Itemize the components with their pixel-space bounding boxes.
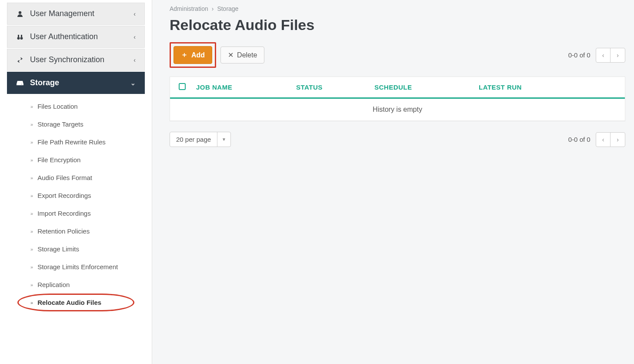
sidebar-item-label: Files Location [37,103,78,110]
col-schedule[interactable]: SCHEDULE [374,83,479,91]
sidebar-item-label: User Synchronization [30,55,104,64]
svg-rect-3 [18,35,19,37]
page-title: Relocate Audio Files [170,17,625,33]
select-all-checkbox[interactable] [179,83,186,90]
sidebar-item-audio-format[interactable]: »Audio Files Format [0,169,152,187]
pager-summary: 0-0 of 0 [568,51,591,59]
user-icon [16,10,24,17]
sidebar-item-label: File Path Rewrite Rules [37,138,106,146]
double-chevron-icon: » [30,282,33,287]
delete-button[interactable]: ✕ Delete [220,47,264,63]
annotation-box: ＋ Add [170,42,216,68]
double-chevron-icon: » [30,264,33,270]
chevron-right-icon: › [212,5,214,12]
sidebar-item-file-path-rewrite[interactable]: »File Path Rewrite Rules [0,133,152,151]
caret-down-icon: ▼ [217,132,230,147]
double-chevron-icon: » [30,104,33,109]
sidebar-item-label: Replication [37,281,70,288]
drive-icon [16,80,24,87]
pager-top: 0-0 of 0 ‹ › [568,48,625,63]
double-chevron-icon: » [30,193,33,198]
pager-bottom: 0-0 of 0 ‹ › [568,132,625,147]
sidebar-item-label: User Authentication [30,32,98,41]
add-button-label: Add [191,51,205,59]
sidebar-item-label: Storage Limits Enforcement [37,263,118,270]
svg-rect-4 [21,35,22,37]
sidebar-item-label: Relocate Audio Files [37,299,101,306]
sidebar-item-retention-policies[interactable]: »Retention Policies [0,222,152,240]
svg-point-0 [19,11,21,13]
breadcrumb-current[interactable]: Storage [217,5,238,12]
close-icon: ✕ [228,51,234,59]
sidebar-item-label: Retention Policies [37,227,90,235]
sidebar-item-file-encryption[interactable]: »File Encryption [0,151,152,169]
col-latest-run[interactable]: LATEST RUN [479,83,616,91]
jobs-table: JOB NAME STATUS SCHEDULE LATEST RUN Hist… [170,77,625,121]
double-chevron-icon: » [30,140,33,145]
chevron-left-icon: ‹ [133,10,136,17]
double-chevron-icon: » [30,175,33,180]
sidebar-item-import-recordings[interactable]: »Import Recordings [0,204,152,222]
double-chevron-icon: » [30,211,33,216]
pager-summary: 0-0 of 0 [568,136,591,143]
sidebar: User Management ‹ User Authentication ‹ … [0,0,152,364]
double-chevron-icon: » [30,300,33,305]
plus-icon: ＋ [181,50,188,60]
sidebar-item-replication[interactable]: »Replication [0,276,152,294]
pager-next-button[interactable]: › [610,133,625,147]
sidebar-item-label: Storage Targets [37,120,83,128]
double-chevron-icon: » [30,122,33,127]
table-empty-row: History is empty [170,99,625,121]
sidebar-item-label: User Management [30,9,94,18]
double-chevron-icon: » [30,229,33,234]
col-job-name[interactable]: JOB NAME [196,83,296,91]
add-button[interactable]: ＋ Add [174,46,212,64]
double-chevron-icon: » [30,247,33,252]
sidebar-item-label: Storage Limits [37,245,79,253]
chevron-down-icon: ⌄ [130,80,136,87]
delete-button-label: Delete [237,51,257,59]
sidebar-item-label: Audio Files Format [37,174,92,181]
sidebar-item-storage[interactable]: Storage ⌄ [7,72,145,94]
pager-prev-button[interactable]: ‹ [596,133,611,147]
sidebar-item-export-recordings[interactable]: »Export Recordings [0,187,152,204]
table-header: JOB NAME STATUS SCHEDULE LATEST RUN [170,77,625,99]
sidebar-item-label: Export Recordings [37,192,91,199]
table-footer: 20 per page ▼ 0-0 of 0 ‹ › [170,132,625,147]
svg-point-1 [17,37,20,40]
sidebar-item-relocate-audio[interactable]: » Relocate Audio Files [0,294,152,311]
sidebar-item-user-authentication[interactable]: User Authentication ‹ [7,26,145,48]
double-chevron-icon: » [30,157,33,163]
svg-point-2 [20,37,23,40]
per-page-label: 20 per page [170,132,217,147]
pager-prev-button[interactable]: ‹ [596,48,611,62]
exchange-icon [16,57,24,63]
sidebar-item-label: File Encryption [37,156,80,164]
binoculars-icon [16,33,24,40]
sidebar-item-label: Import Recordings [37,210,91,217]
sidebar-item-label: Storage [30,78,59,87]
sidebar-item-files-location[interactable]: »Files Location [0,97,152,115]
pager-next-button[interactable]: › [610,48,625,62]
sidebar-item-limits-enforcement[interactable]: »Storage Limits Enforcement [0,258,152,276]
sidebar-item-storage-targets[interactable]: »Storage Targets [0,115,152,133]
breadcrumb: Administration › Storage [170,5,625,12]
sidebar-item-user-management[interactable]: User Management ‹ [7,3,145,25]
storage-submenu: »Files Location »Storage Targets »File P… [0,95,152,314]
chevron-left-icon: ‹ [133,33,136,40]
per-page-select[interactable]: 20 per page ▼ [170,132,231,147]
sidebar-item-storage-limits[interactable]: »Storage Limits [0,240,152,258]
toolbar: ＋ Add ✕ Delete 0-0 of 0 ‹ › [170,42,625,68]
main-content: Administration › Storage Relocate Audio … [152,0,634,364]
col-status[interactable]: STATUS [296,83,374,91]
sidebar-item-user-synchronization[interactable]: User Synchronization ‹ [7,49,145,71]
chevron-left-icon: ‹ [133,57,136,63]
breadcrumb-root[interactable]: Administration [170,5,208,12]
